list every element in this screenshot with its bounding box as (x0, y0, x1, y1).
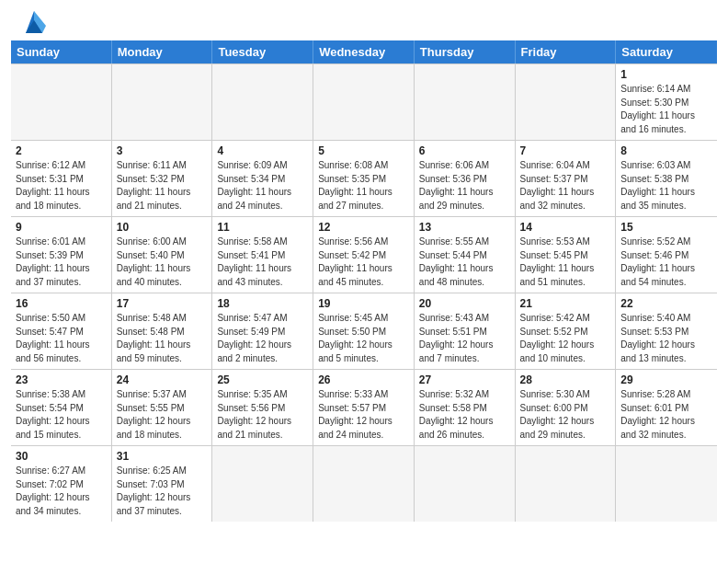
calendar-header: SundayMondayTuesdayWednesdayThursdayFrid… (11, 40, 717, 63)
calendar-cell (112, 64, 213, 140)
day-number: 28 (520, 373, 611, 386)
day-info: Sunrise: 5:52 AM Sunset: 5:46 PM Dayligh… (620, 236, 712, 289)
day-number: 12 (318, 221, 409, 234)
calendar-cell: 7Sunrise: 6:04 AM Sunset: 5:37 PM Daylig… (516, 141, 617, 216)
day-number: 19 (318, 297, 409, 310)
day-info: Sunrise: 6:08 AM Sunset: 5:35 PM Dayligh… (318, 159, 409, 213)
day-number: 27 (419, 373, 510, 386)
calendar-cell: 27Sunrise: 5:32 AM Sunset: 5:58 PM Dayli… (415, 370, 516, 445)
day-info: Sunrise: 6:06 AM Sunset: 5:36 PM Dayligh… (419, 159, 510, 213)
calendar-cell: 8Sunrise: 6:03 AM Sunset: 5:38 PM Daylig… (616, 141, 717, 216)
day-number: 10 (117, 221, 208, 234)
calendar-cell (616, 446, 717, 522)
day-info: Sunrise: 5:55 AM Sunset: 5:44 PM Dayligh… (419, 236, 510, 289)
calendar-cell (212, 64, 313, 140)
day-info: Sunrise: 5:43 AM Sunset: 5:51 PM Dayligh… (419, 312, 510, 365)
day-number: 6 (419, 144, 510, 157)
weekday-header: Wednesday (313, 40, 415, 63)
calendar-cell: 4Sunrise: 6:09 AM Sunset: 5:34 PM Daylig… (212, 141, 313, 216)
day-number: 16 (16, 297, 107, 310)
day-info: Sunrise: 5:42 AM Sunset: 5:52 PM Dayligh… (520, 312, 611, 365)
day-number: 5 (318, 144, 409, 157)
calendar-cell: 20Sunrise: 5:43 AM Sunset: 5:51 PM Dayli… (415, 293, 516, 369)
weekday-header: Sunday (11, 40, 112, 63)
day-number: 23 (16, 373, 107, 386)
day-info: Sunrise: 6:04 AM Sunset: 5:37 PM Dayligh… (520, 159, 611, 213)
calendar-cell: 6Sunrise: 6:06 AM Sunset: 5:36 PM Daylig… (415, 141, 516, 216)
calendar-cell (516, 446, 617, 522)
calendar-cell: 22Sunrise: 5:40 AM Sunset: 5:53 PM Dayli… (616, 293, 717, 369)
day-info: Sunrise: 5:33 AM Sunset: 5:57 PM Dayligh… (318, 388, 409, 442)
calendar-week-row: 30Sunrise: 6:27 AM Sunset: 7:02 PM Dayli… (11, 445, 717, 522)
calendar-cell (313, 446, 415, 522)
logo (15, 11, 51, 35)
calendar-body: 1Sunrise: 6:14 AM Sunset: 5:30 PM Daylig… (11, 63, 717, 522)
day-info: Sunrise: 5:28 AM Sunset: 6:01 PM Dayligh… (620, 388, 712, 442)
calendar-cell: 25Sunrise: 5:35 AM Sunset: 5:56 PM Dayli… (212, 370, 313, 445)
day-info: Sunrise: 5:53 AM Sunset: 5:45 PM Dayligh… (520, 236, 611, 289)
day-number: 13 (419, 221, 510, 234)
calendar-cell: 31Sunrise: 6:25 AM Sunset: 7:03 PM Dayli… (112, 446, 213, 522)
day-number: 1 (620, 68, 712, 81)
day-number: 3 (117, 144, 208, 157)
day-info: Sunrise: 6:01 AM Sunset: 5:39 PM Dayligh… (16, 236, 107, 289)
day-number: 8 (620, 144, 712, 157)
day-number: 29 (620, 373, 712, 386)
calendar-cell: 29Sunrise: 5:28 AM Sunset: 6:01 PM Dayli… (616, 370, 717, 445)
calendar-week-row: 1Sunrise: 6:14 AM Sunset: 5:30 PM Daylig… (11, 63, 717, 140)
day-number: 26 (318, 373, 409, 386)
calendar-cell: 23Sunrise: 5:38 AM Sunset: 5:54 PM Dayli… (11, 370, 112, 445)
day-info: Sunrise: 6:27 AM Sunset: 7:02 PM Dayligh… (16, 465, 107, 518)
day-number: 7 (520, 144, 611, 157)
day-number: 2 (16, 144, 107, 157)
day-info: Sunrise: 5:48 AM Sunset: 5:48 PM Dayligh… (117, 312, 208, 365)
day-info: Sunrise: 6:00 AM Sunset: 5:40 PM Dayligh… (117, 236, 208, 289)
calendar-cell: 13Sunrise: 5:55 AM Sunset: 5:44 PM Dayli… (415, 217, 516, 293)
weekday-header: Tuesday (212, 40, 313, 63)
calendar-cell: 11Sunrise: 5:58 AM Sunset: 5:41 PM Dayli… (212, 217, 313, 293)
calendar-week-row: 2Sunrise: 6:12 AM Sunset: 5:31 PM Daylig… (11, 140, 717, 216)
calendar-cell (11, 64, 112, 140)
calendar-cell: 9Sunrise: 6:01 AM Sunset: 5:39 PM Daylig… (11, 217, 112, 293)
calendar-cell: 24Sunrise: 5:37 AM Sunset: 5:55 PM Dayli… (112, 370, 213, 445)
calendar-cell: 17Sunrise: 5:48 AM Sunset: 5:48 PM Dayli… (112, 293, 213, 369)
calendar-cell: 10Sunrise: 6:00 AM Sunset: 5:40 PM Dayli… (112, 217, 213, 293)
weekday-header: Thursday (415, 40, 516, 63)
calendar-week-row: 23Sunrise: 5:38 AM Sunset: 5:54 PM Dayli… (11, 369, 717, 445)
day-info: Sunrise: 5:37 AM Sunset: 5:55 PM Dayligh… (117, 388, 208, 442)
day-number: 15 (620, 221, 712, 234)
calendar-container: SundayMondayTuesdayWednesdayThursdayFrid… (11, 40, 717, 522)
calendar-cell (313, 64, 415, 140)
calendar-cell (415, 64, 516, 140)
calendar-cell: 26Sunrise: 5:33 AM Sunset: 5:57 PM Dayli… (313, 370, 415, 445)
day-info: Sunrise: 5:35 AM Sunset: 5:56 PM Dayligh… (217, 388, 308, 442)
page-header (0, 0, 728, 40)
day-info: Sunrise: 6:03 AM Sunset: 5:38 PM Dayligh… (620, 159, 712, 213)
day-number: 31 (117, 450, 208, 463)
day-info: Sunrise: 5:32 AM Sunset: 5:58 PM Dayligh… (419, 388, 510, 442)
day-info: Sunrise: 5:50 AM Sunset: 5:47 PM Dayligh… (16, 312, 107, 365)
calendar-cell: 28Sunrise: 5:30 AM Sunset: 6:00 PM Dayli… (516, 370, 617, 445)
calendar-cell: 21Sunrise: 5:42 AM Sunset: 5:52 PM Dayli… (516, 293, 617, 369)
day-info: Sunrise: 5:58 AM Sunset: 5:41 PM Dayligh… (217, 236, 308, 289)
day-info: Sunrise: 6:11 AM Sunset: 5:32 PM Dayligh… (117, 159, 208, 213)
day-number: 21 (520, 297, 611, 310)
day-info: Sunrise: 6:09 AM Sunset: 5:34 PM Dayligh… (217, 159, 308, 213)
calendar-week-row: 16Sunrise: 5:50 AM Sunset: 5:47 PM Dayli… (11, 293, 717, 369)
weekday-header: Monday (112, 40, 213, 63)
day-info: Sunrise: 6:12 AM Sunset: 5:31 PM Dayligh… (16, 159, 107, 213)
logo-icon (17, 7, 51, 35)
calendar-cell: 30Sunrise: 6:27 AM Sunset: 7:02 PM Dayli… (11, 446, 112, 522)
day-number: 22 (620, 297, 712, 310)
calendar-cell (212, 446, 313, 522)
day-info: Sunrise: 5:47 AM Sunset: 5:49 PM Dayligh… (217, 312, 308, 365)
calendar-cell: 1Sunrise: 6:14 AM Sunset: 5:30 PM Daylig… (616, 64, 717, 140)
day-number: 25 (217, 373, 308, 386)
calendar-cell: 18Sunrise: 5:47 AM Sunset: 5:49 PM Dayli… (212, 293, 313, 369)
calendar-cell: 19Sunrise: 5:45 AM Sunset: 5:50 PM Dayli… (313, 293, 415, 369)
calendar-cell: 5Sunrise: 6:08 AM Sunset: 5:35 PM Daylig… (313, 141, 415, 216)
calendar-cell (516, 64, 617, 140)
weekday-header: Friday (516, 40, 617, 63)
weekday-header: Saturday (616, 40, 717, 63)
calendar-cell: 3Sunrise: 6:11 AM Sunset: 5:32 PM Daylig… (112, 141, 213, 216)
